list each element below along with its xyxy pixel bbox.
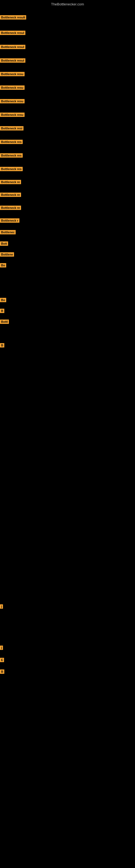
bottleneck-label-45: | <box>0 604 3 609</box>
bottleneck-label-4: Bottleneck resu <box>0 72 25 76</box>
bottleneck-label-24: Bottl <box>0 319 9 324</box>
bottleneck-label-17: Bott <box>0 241 8 246</box>
bottleneck-label-16: Bottlenec <box>0 230 16 235</box>
bottleneck-label-14: Bottleneck re <box>0 206 21 210</box>
bottleneck-label-11: Bottleneck res <box>0 167 23 171</box>
bottleneck-label-5: Bottleneck resu <box>0 86 25 90</box>
site-title: TheBottlenecker.com <box>0 2 135 6</box>
bottleneck-label-8: Bottleneck resi <box>0 126 24 130</box>
bottleneck-label-7: Bottleneck resu <box>0 113 25 117</box>
bottleneck-label-12: Bottleneck re <box>0 180 21 184</box>
bottleneck-label-26: B <box>0 343 4 347</box>
bottleneck-label-3: Bottleneck resul <box>0 58 26 63</box>
bottleneck-label-48: | <box>0 646 3 650</box>
bottleneck-label-18: Bottlene <box>0 252 14 257</box>
bottleneck-label-1: Bottleneck resul <box>0 31 26 35</box>
bottleneck-label-0: Bottleneck result <box>0 15 26 20</box>
bottleneck-label-15: Bottleneck r <box>0 218 19 223</box>
bottleneck-label-2: Bottleneck resul <box>0 45 26 49</box>
bottleneck-label-10: Bottleneck res <box>0 153 23 158</box>
bottleneck-label-22: Bo <box>0 298 6 302</box>
bottleneck-label-6: Bottleneck resu <box>0 99 25 103</box>
bottleneck-label-49: E <box>0 658 4 662</box>
bottleneck-label-9: Bottleneck res <box>0 140 23 144</box>
bottleneck-label-19: Bo <box>0 263 6 268</box>
bottleneck-label-50: B <box>0 670 4 674</box>
bottleneck-label-13: Bottleneck re <box>0 193 21 197</box>
bottleneck-label-23: B <box>0 309 4 313</box>
